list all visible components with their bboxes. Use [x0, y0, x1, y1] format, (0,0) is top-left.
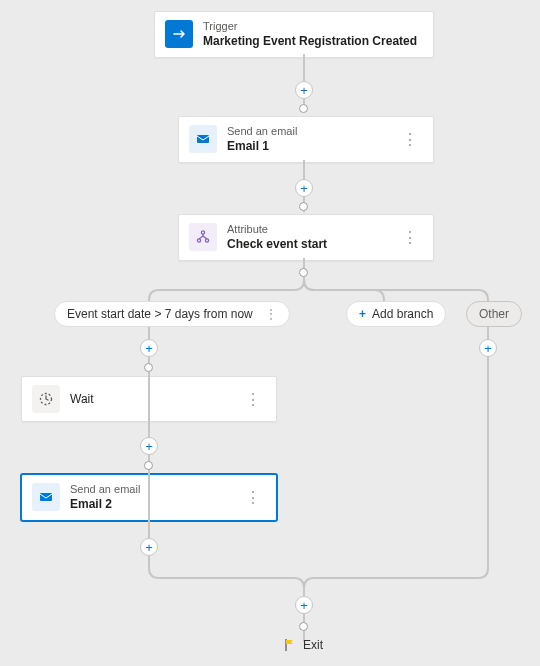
branch-condition-pill[interactable]: Event start date > 7 days from now ⋮ — [54, 301, 290, 327]
svg-rect-0 — [197, 135, 209, 143]
node-title: Wait — [70, 392, 241, 407]
branch-other-label: Other — [479, 307, 509, 321]
svg-point-2 — [197, 239, 200, 242]
node-labels: Trigger Marketing Event Registration Cre… — [203, 20, 423, 49]
more-menu-icon[interactable]: ⋮ — [398, 130, 423, 149]
exit-node: Exit — [283, 638, 323, 652]
node-title: Marketing Event Registration Created — [203, 34, 423, 49]
branch-other-pill[interactable]: Other — [466, 301, 522, 327]
node-attribute[interactable]: Attribute Check event start ⋮ — [178, 214, 434, 261]
more-menu-icon[interactable]: ⋮ — [241, 390, 266, 409]
flag-icon — [283, 638, 297, 652]
attribute-icon — [189, 223, 217, 251]
add-step-button[interactable]: + — [140, 437, 158, 455]
exit-label: Exit — [303, 638, 323, 652]
node-email-1[interactable]: Send an email Email 1 ⋮ — [178, 116, 434, 163]
node-type: Trigger — [203, 20, 423, 34]
node-trigger[interactable]: Trigger Marketing Event Registration Cre… — [154, 11, 434, 58]
more-menu-icon[interactable]: ⋮ — [265, 307, 277, 321]
add-branch-label: Add branch — [372, 307, 433, 321]
plus-icon: + — [359, 307, 366, 321]
add-step-button[interactable]: + — [295, 179, 313, 197]
connector-branch-right — [487, 322, 489, 566]
more-menu-icon[interactable]: ⋮ — [398, 228, 423, 247]
email-icon — [189, 125, 217, 153]
node-type: Send an email — [70, 483, 241, 497]
trigger-icon — [165, 20, 193, 48]
connector-dot — [144, 461, 153, 470]
connector-merge — [0, 560, 540, 590]
node-title: Email 1 — [227, 139, 398, 154]
more-menu-icon[interactable]: ⋮ — [241, 488, 266, 507]
svg-point-3 — [205, 239, 208, 242]
connector-dot — [299, 622, 308, 631]
add-step-button[interactable]: + — [479, 339, 497, 357]
email-icon — [32, 483, 60, 511]
connector-dot — [299, 268, 308, 277]
node-title: Check event start — [227, 237, 398, 252]
add-step-button[interactable]: + — [140, 538, 158, 556]
node-labels: Send an email Email 1 — [227, 125, 398, 154]
node-labels: Attribute Check event start — [227, 223, 398, 252]
node-type: Attribute — [227, 223, 398, 237]
node-type: Send an email — [227, 125, 398, 139]
add-step-button[interactable]: + — [295, 596, 313, 614]
add-step-button[interactable]: + — [295, 81, 313, 99]
branch-condition-label: Event start date > 7 days from now — [67, 307, 253, 321]
svg-rect-5 — [40, 493, 52, 501]
add-branch-button[interactable]: + Add branch — [346, 301, 446, 327]
node-labels: Wait — [70, 392, 241, 407]
node-labels: Send an email Email 2 — [70, 483, 241, 512]
connector-dot — [299, 202, 308, 211]
connector-dot — [144, 363, 153, 372]
node-title: Email 2 — [70, 497, 241, 512]
add-step-button[interactable]: + — [140, 339, 158, 357]
svg-point-1 — [201, 231, 204, 234]
connector-dot — [299, 104, 308, 113]
wait-icon — [32, 385, 60, 413]
